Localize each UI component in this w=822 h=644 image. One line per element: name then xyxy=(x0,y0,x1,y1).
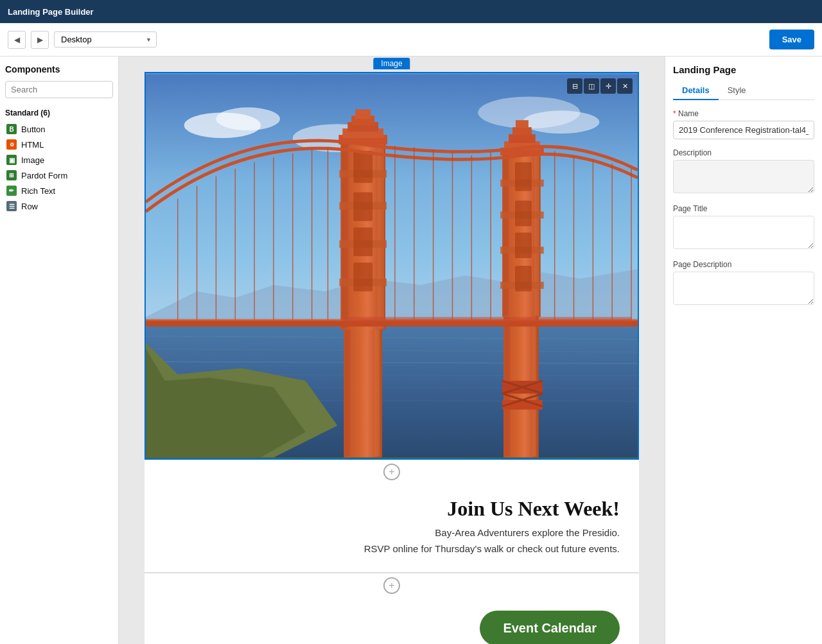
image-tool-move[interactable]: ✛ xyxy=(600,78,616,94)
panel-tabs: Details Style xyxy=(673,82,814,100)
description-field-group: Description xyxy=(673,148,814,195)
button-block: Event Calendar xyxy=(144,598,639,644)
tab-details[interactable]: Details xyxy=(673,82,719,100)
svg-rect-48 xyxy=(515,266,532,292)
svg-rect-18 xyxy=(374,318,380,457)
svg-point-5 xyxy=(523,110,599,134)
section-label: Standard (6) xyxy=(5,109,113,117)
image-tool-2[interactable]: ◫ xyxy=(584,78,599,94)
svg-rect-45 xyxy=(515,162,532,191)
svg-rect-52 xyxy=(512,127,532,135)
tab-style[interactable]: Style xyxy=(719,82,755,100)
subtext-1: Bay-Area Adventurers explore the Presidi… xyxy=(164,527,620,538)
image-label: Image xyxy=(21,155,44,165)
sidebar-item-image[interactable]: ▣ Image xyxy=(5,152,113,168)
image-block-tools: ⊟ ◫ ✛ ✕ xyxy=(567,78,633,94)
sidebar-item-button[interactable]: B Button xyxy=(5,121,113,137)
svg-point-2 xyxy=(216,107,279,130)
forward-button[interactable]: ▶ xyxy=(31,31,49,49)
pardot-form-label: Pardot Form xyxy=(21,171,67,180)
back-button[interactable]: ◀ xyxy=(8,31,26,49)
svg-rect-29 xyxy=(353,263,372,292)
image-icon: ▣ xyxy=(6,155,17,165)
svg-rect-20 xyxy=(342,139,348,328)
top-bar: Landing Page Builder xyxy=(0,0,822,23)
add-button-1[interactable]: + xyxy=(144,460,639,484)
svg-rect-28 xyxy=(353,227,372,256)
page-title-input[interactable] xyxy=(673,216,814,249)
rich-text-label: Rich Text xyxy=(21,186,55,196)
heading-text: Join Us Next Week! xyxy=(164,497,620,521)
subtext-2: RSVP online for Thursday's walk or check… xyxy=(164,543,620,554)
svg-rect-82 xyxy=(344,317,631,325)
description-label: Description xyxy=(673,148,814,157)
button-icon: B xyxy=(6,124,17,134)
image-block-label: Image xyxy=(373,58,410,69)
svg-rect-51 xyxy=(509,134,536,143)
name-field-group: Name xyxy=(673,109,814,139)
image-tool-1[interactable]: ⊟ xyxy=(567,78,582,94)
pardot-form-icon: ⊞ xyxy=(6,170,17,180)
row-label: Row xyxy=(21,202,38,211)
svg-rect-53 xyxy=(516,120,529,128)
name-input[interactable] xyxy=(673,121,814,139)
text-block: Join Us Next Week! Bay-Area Adventurers … xyxy=(144,484,639,572)
add-circle-1[interactable]: + xyxy=(383,464,400,480)
right-panel-title: Landing Page xyxy=(673,64,814,75)
svg-rect-27 xyxy=(353,193,372,222)
page-title-field-group: Page Title xyxy=(673,204,814,251)
rich-text-icon: ✏ xyxy=(6,186,17,196)
device-selector-wrapper: Desktop Mobile xyxy=(54,31,157,48)
bridge-image xyxy=(146,73,638,458)
svg-rect-21 xyxy=(378,139,384,328)
sidebar-item-rich-text[interactable]: ✏ Rich Text xyxy=(5,183,113,198)
html-icon: ⚙ xyxy=(6,139,17,150)
svg-rect-47 xyxy=(515,232,532,258)
description-input[interactable] xyxy=(673,160,814,193)
sidebar-item-html[interactable]: ⚙ HTML xyxy=(5,137,113,152)
toolbar: ◀ ▶ Desktop Mobile Save xyxy=(0,23,822,57)
image-tool-delete[interactable]: ✕ xyxy=(617,78,633,94)
canvas-area: Image ⊟ ◫ ✛ ✕ xyxy=(119,57,665,644)
svg-rect-17 xyxy=(345,318,350,457)
add-circle-2[interactable]: + xyxy=(383,577,400,594)
button-label: Button xyxy=(21,125,46,134)
save-button[interactable]: Save xyxy=(769,30,814,49)
svg-rect-40 xyxy=(534,152,539,316)
main-layout: Components Standard (6) B Button ⚙ HTML … xyxy=(0,57,822,644)
svg-rect-39 xyxy=(503,152,509,316)
svg-rect-26 xyxy=(353,151,372,183)
page-description-label: Page Description xyxy=(673,260,814,269)
image-block[interactable]: Image ⊟ ◫ ✛ ✕ xyxy=(144,72,639,460)
app-title: Landing Page Builder xyxy=(8,7,94,17)
add-button-2[interactable]: + xyxy=(144,573,639,598)
page-description-field-group: Page Description xyxy=(673,260,814,307)
sidebar-title: Components xyxy=(5,64,113,74)
event-calendar-button[interactable]: Event Calendar xyxy=(480,611,620,644)
canvas-inner: Image ⊟ ◫ ✛ ✕ xyxy=(144,72,639,644)
search-input[interactable] xyxy=(5,81,113,98)
bridge-svg xyxy=(146,73,638,458)
sidebar-item-pardot-form[interactable]: ⊞ Pardot Form xyxy=(5,168,113,183)
page-description-input[interactable] xyxy=(673,272,814,305)
row-icon: ☰ xyxy=(6,201,17,211)
device-select[interactable]: Desktop Mobile xyxy=(54,31,157,48)
html-label: HTML xyxy=(21,140,44,150)
svg-rect-46 xyxy=(515,201,532,227)
page-title-label: Page Title xyxy=(673,204,814,213)
name-label: Name xyxy=(673,109,814,118)
sidebar: Components Standard (6) B Button ⚙ HTML … xyxy=(0,57,119,644)
svg-rect-34 xyxy=(355,109,371,119)
right-panel: Landing Page Details Style Name Descript… xyxy=(665,57,822,644)
sidebar-item-row[interactable]: ☰ Row xyxy=(5,198,113,214)
